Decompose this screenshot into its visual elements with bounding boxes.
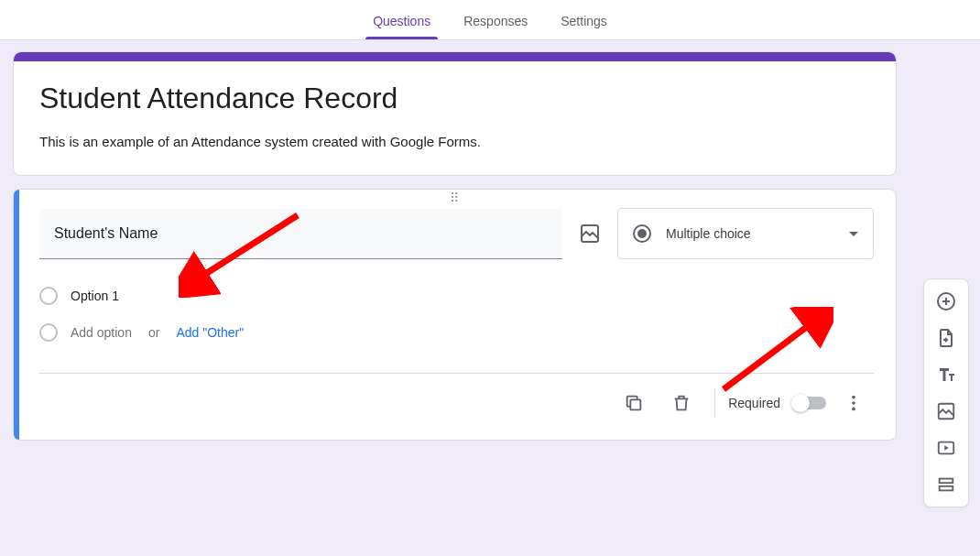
or-text: or xyxy=(148,325,159,340)
chevron-down-icon xyxy=(849,232,858,236)
tab-settings[interactable]: Settings xyxy=(544,14,624,39)
add-question-icon[interactable] xyxy=(930,285,963,318)
svg-point-2 xyxy=(852,396,855,399)
svg-point-3 xyxy=(852,401,855,405)
add-section-icon[interactable] xyxy=(930,468,963,501)
option-row[interactable]: Option 1 xyxy=(39,278,874,314)
svg-rect-9 xyxy=(940,486,953,491)
delete-button[interactable] xyxy=(661,383,702,423)
svg-point-4 xyxy=(852,408,855,411)
add-image-to-question-icon[interactable] xyxy=(579,223,601,245)
divider xyxy=(714,388,715,418)
svg-rect-8 xyxy=(940,479,953,484)
radio-icon xyxy=(633,224,651,243)
duplicate-button[interactable] xyxy=(614,383,654,423)
drag-handle-icon[interactable]: ⠿ xyxy=(450,195,461,201)
add-option-button[interactable]: Add option xyxy=(71,325,132,340)
side-toolbar xyxy=(923,278,969,507)
add-image-icon[interactable] xyxy=(930,395,963,428)
add-video-icon[interactable] xyxy=(930,431,963,464)
question-type-label: Multiple choice xyxy=(666,226,834,241)
required-toggle[interactable] xyxy=(793,397,826,409)
form-header-card[interactable]: Student Attendance Record This is an exa… xyxy=(13,51,897,176)
tab-questions[interactable]: Questions xyxy=(356,14,447,39)
form-title[interactable]: Student Attendance Record xyxy=(39,74,870,115)
top-tabs: Questions Responses Settings xyxy=(0,0,980,40)
radio-empty-icon xyxy=(39,287,58,305)
svg-rect-1 xyxy=(631,399,641,409)
question-title-field[interactable] xyxy=(39,209,562,259)
add-other-button[interactable]: Add "Other" xyxy=(176,325,244,340)
question-card[interactable]: ⠿ Multiple choice Option 1 xyxy=(13,189,897,441)
question-type-select[interactable]: Multiple choice xyxy=(617,208,874,259)
question-footer: Required xyxy=(39,373,874,432)
add-option-row: Add option or Add "Other" xyxy=(39,314,874,351)
form-description[interactable]: This is an example of an Attendance syst… xyxy=(39,134,870,149)
tab-responses[interactable]: Responses xyxy=(447,14,544,39)
radio-empty-icon xyxy=(39,323,58,342)
required-label: Required xyxy=(728,396,780,410)
option-label[interactable]: Option 1 xyxy=(71,289,119,303)
question-title-input[interactable] xyxy=(54,225,548,242)
import-questions-icon[interactable] xyxy=(930,322,963,354)
more-options-button[interactable] xyxy=(833,383,874,423)
add-title-icon[interactable] xyxy=(930,358,963,391)
